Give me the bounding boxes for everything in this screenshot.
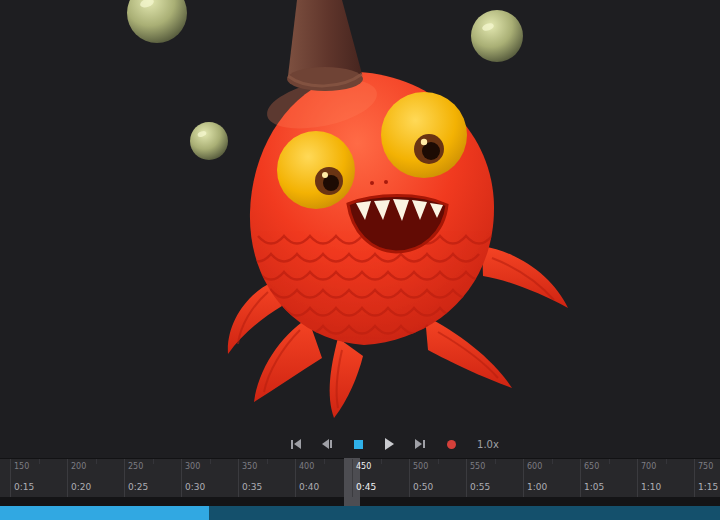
ruler-tick: 7501:15	[694, 459, 720, 497]
record-button[interactable]	[442, 435, 460, 453]
ruler-tick: 5000:50	[409, 459, 463, 497]
step-backward-icon	[322, 439, 332, 449]
ruler-tick: 2500:25	[124, 459, 178, 497]
ruler-minor-tick	[267, 459, 268, 464]
ruler-tick: 3000:30	[181, 459, 235, 497]
ruler-minor-tick	[438, 459, 439, 464]
timeline-ruler[interactable]: 1500:152000:202500:253000:303500:354000:…	[0, 458, 720, 497]
ruler-minor-tick	[381, 459, 382, 464]
play-icon	[385, 438, 394, 450]
record-icon	[447, 440, 456, 449]
ruler-tick: 6001:00	[523, 459, 577, 497]
transport-bar: 1.0x	[0, 430, 720, 458]
playback-speed[interactable]: 1.0x	[477, 439, 499, 450]
scrollbar-thumb[interactable]	[0, 506, 209, 520]
ruler-tick: 4500:45	[352, 459, 406, 497]
ruler-minor-tick	[609, 459, 610, 464]
scrollbar-track[interactable]	[0, 506, 720, 520]
ruler-minor-tick	[324, 459, 325, 464]
skip-to-start-button[interactable]	[287, 435, 305, 453]
ruler-minor-tick	[495, 459, 496, 464]
step-backward-button[interactable]	[318, 435, 336, 453]
goldfish-character	[228, 0, 568, 418]
ruler-minor-tick	[39, 459, 40, 464]
ruler-tick: 6501:05	[580, 459, 634, 497]
ruler-minor-tick	[552, 459, 553, 464]
ruler-minor-tick	[96, 459, 97, 464]
app-window: 1.0x 1500:152000:202500:253000:303500:35…	[0, 0, 720, 520]
play-button[interactable]	[380, 435, 398, 453]
step-forward-button[interactable]	[411, 435, 429, 453]
stop-icon	[354, 440, 363, 449]
ruler-tick: 7001:10	[637, 459, 691, 497]
timeline-lower-strip	[0, 497, 720, 506]
step-forward-icon	[415, 439, 425, 449]
ruler-tick: 2000:20	[67, 459, 121, 497]
ruler-minor-tick	[666, 459, 667, 464]
ruler-minor-tick	[210, 459, 211, 464]
goldfish-illustration	[0, 0, 720, 430]
skip-to-start-icon	[291, 439, 301, 449]
canvas-viewport[interactable]	[0, 0, 720, 430]
ruler-tick: 1500:15	[10, 459, 64, 497]
ruler-tick: 3500:35	[238, 459, 292, 497]
ruler-tick: 5500:55	[466, 459, 520, 497]
ruler-minor-tick	[153, 459, 154, 464]
stop-button[interactable]	[349, 435, 367, 453]
ruler-tick: 4000:40	[295, 459, 349, 497]
